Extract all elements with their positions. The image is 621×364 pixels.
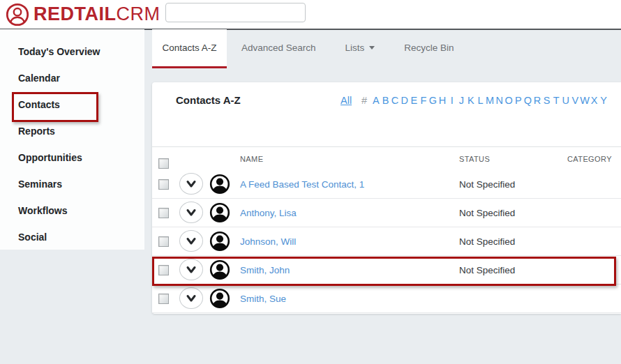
alphabet-all-link[interactable]: All <box>341 95 352 106</box>
contact-row-smith-sue: Smith, Sue <box>152 285 621 313</box>
sidebar-item-workflows[interactable]: Workflows <box>0 197 144 224</box>
row-actions-dropdown-button[interactable] <box>179 230 203 252</box>
chevron-down-icon <box>186 179 197 189</box>
alphabet-hash-link[interactable]: # <box>359 95 369 106</box>
chevron-down-icon <box>186 236 197 246</box>
select-all-checkbox[interactable] <box>158 158 169 169</box>
sidebar: Today's OverviewCalendarContactsReportsO… <box>0 29 144 250</box>
alphabet-filter: All # ABCDEFGHIJKLMNOPQRSTUVWXY <box>341 93 621 108</box>
contact-name-link[interactable]: Smith, John <box>240 265 290 275</box>
caret-down-icon <box>369 46 375 50</box>
chevron-down-icon <box>186 294 197 303</box>
redtail-person-circle-icon <box>6 3 29 26</box>
contact-row-a-feed-based-test-contact-1: A Feed Based Test Contact, 1Not Specifie… <box>152 170 621 199</box>
row-actions-dropdown-button[interactable] <box>179 173 203 195</box>
tab-bar: Contacts A-ZAdvanced SearchListsRecycle … <box>152 29 469 68</box>
contact-avatar <box>209 259 230 280</box>
tab-contacts-a-z[interactable]: Contacts A-Z <box>152 29 227 68</box>
alphabet-letter-d[interactable]: D <box>400 95 410 106</box>
status-cell: Not Specified <box>459 236 515 247</box>
contact-row-anthony-lisa: Anthony, LisaNot Specified <box>152 199 621 227</box>
contact-name-link[interactable]: Smith, Sue <box>240 294 286 304</box>
alphabet-letter-y[interactable]: Y <box>599 95 608 106</box>
row-checkbox[interactable] <box>158 236 169 247</box>
row-actions-dropdown-button[interactable] <box>179 259 203 280</box>
column-header-name: NAME <box>240 155 263 163</box>
person-avatar-icon <box>209 202 230 223</box>
contact-avatar <box>209 202 230 223</box>
person-avatar-icon <box>209 231 230 252</box>
alphabet-letter-k[interactable]: K <box>466 95 476 106</box>
row-actions-dropdown-button[interactable] <box>179 287 203 309</box>
alphabet-letter-f[interactable]: F <box>419 95 428 106</box>
alphabet-letter-b[interactable]: B <box>381 95 391 106</box>
contact-row-smith-john: Smith, JohnNot Specified <box>152 256 621 285</box>
sidebar-item-reports[interactable]: Reports <box>0 118 144 144</box>
search-input[interactable] <box>165 3 306 22</box>
sidebar-item-social[interactable]: Social <box>0 224 144 250</box>
alphabet-letter-m[interactable]: M <box>485 95 495 106</box>
alphabet-letter-h[interactable]: H <box>437 95 447 106</box>
chevron-down-icon <box>186 208 197 218</box>
status-cell: Not Specified <box>459 208 515 218</box>
alphabet-letter-l[interactable]: L <box>476 95 486 106</box>
redtail-crm-logo[interactable]: REDTAILCRM <box>6 3 160 26</box>
table-header: NAME STATUS CATEGORY <box>152 146 621 171</box>
alphabet-letter-a[interactable]: A <box>371 95 381 106</box>
alphabet-letter-c[interactable]: C <box>390 95 400 106</box>
contact-name-link[interactable]: A Feed Based Test Contact, 1 <box>240 179 364 190</box>
alphabet-letter-r[interactable]: R <box>532 95 542 106</box>
row-checkbox[interactable] <box>158 265 169 275</box>
alphabet-letter-p[interactable]: P <box>514 95 523 106</box>
chevron-down-icon <box>186 265 197 275</box>
sidebar-item-contacts[interactable]: Contacts <box>0 91 144 118</box>
sidebar-item-seminars[interactable]: Seminars <box>0 171 144 197</box>
alphabet-letter-s[interactable]: S <box>542 95 552 106</box>
row-checkbox[interactable] <box>158 208 169 218</box>
panel-title: Contacts A-Z <box>176 94 241 106</box>
contact-avatar <box>209 288 230 309</box>
person-avatar-icon <box>209 259 230 280</box>
alphabet-letter-q[interactable]: Q <box>523 95 533 106</box>
sidebar-item-today-s-overview[interactable]: Today's Overview <box>0 38 144 65</box>
row-checkbox[interactable] <box>158 179 169 190</box>
sidebar-item-opportunities[interactable]: Opportunities <box>0 144 144 171</box>
sidebar-item-calendar[interactable]: Calendar <box>0 65 144 91</box>
contacts-table-body: A Feed Based Test Contact, 1Not Specifie… <box>152 170 621 313</box>
alphabet-letter-j[interactable]: J <box>456 95 466 106</box>
row-checkbox[interactable] <box>158 294 169 304</box>
tab-lists[interactable]: Lists <box>331 29 390 66</box>
tab-recycle-bin[interactable]: Recycle Bin <box>389 29 468 66</box>
alphabet-letter-x[interactable]: X <box>590 95 599 106</box>
status-cell: Not Specified <box>459 265 515 275</box>
alphabet-letter-i[interactable]: I <box>447 95 457 106</box>
column-header-status: STATUS <box>459 155 490 163</box>
contact-name-link[interactable]: Anthony, Lisa <box>240 208 297 218</box>
alphabet-letter-v[interactable]: V <box>571 95 581 106</box>
app-header: REDTAILCRM <box>0 0 621 30</box>
alphabet-letter-w[interactable]: W <box>580 95 590 106</box>
contacts-panel: Contacts A-Z All # ABCDEFGHIJKLMNOPQRSTU… <box>152 82 621 314</box>
person-avatar-icon <box>209 174 230 195</box>
logo-text-bold: REDTAIL <box>33 5 117 24</box>
row-actions-dropdown-button[interactable] <box>179 202 203 223</box>
person-avatar-icon <box>209 288 230 309</box>
contact-avatar <box>209 231 230 252</box>
alphabet-letter-n[interactable]: N <box>495 95 504 106</box>
contact-name-link[interactable]: Johnson, Will <box>240 236 296 247</box>
alphabet-letter-o[interactable]: O <box>504 95 514 106</box>
alphabet-letter-g[interactable]: G <box>428 95 438 106</box>
contact-row-johnson-will: Johnson, WillNot Specified <box>152 227 621 256</box>
logo-text-light: CRM <box>117 5 160 24</box>
alphabet-letter-t[interactable]: T <box>551 95 561 106</box>
alphabet-letter-e[interactable]: E <box>410 95 419 106</box>
alphabet-letter-u[interactable]: U <box>561 95 571 106</box>
tab-advanced-search[interactable]: Advanced Search <box>227 29 331 66</box>
column-header-category: CATEGORY <box>567 155 612 163</box>
contact-avatar <box>209 174 230 195</box>
status-cell: Not Specified <box>459 179 515 190</box>
